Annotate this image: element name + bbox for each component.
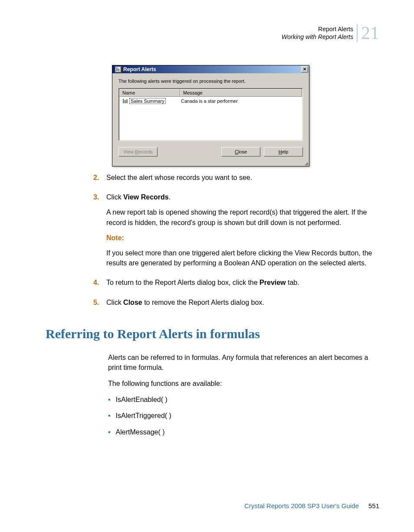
row-name-cell: Sales Summary — [122, 98, 181, 104]
close-button[interactable]: Close — [221, 147, 260, 157]
resize-grip-icon: ◢ — [112, 162, 309, 166]
bullet-2-text: IsAlertTriggered( ) — [116, 411, 171, 421]
step-4-body: To return to the Report Alerts dialog bo… — [106, 277, 299, 293]
listview-inner: Name Message Sales Summary Canada is a s — [119, 88, 302, 140]
svg-rect-4 — [125, 100, 126, 103]
note-text: If you select more than one triggered al… — [106, 248, 382, 268]
bullet-1-text: IsAlertEnabled( ) — [116, 395, 168, 405]
alert-icon — [122, 98, 128, 104]
row-message: Canada is a star performer — [181, 98, 299, 104]
step-4-bold: Preview — [260, 279, 286, 286]
header-text: Report Alerts Working with Report Alerts — [282, 25, 353, 41]
chapter-number: 21 — [357, 24, 379, 42]
step-3-bold: View Records — [123, 193, 169, 201]
section-p2: The following functions are available: — [108, 379, 382, 388]
close-icon[interactable]: ✕ — [301, 66, 308, 72]
col-name-header[interactable]: Name — [119, 89, 180, 97]
step-3-prefix: Click — [106, 193, 123, 201]
bullet-3-text: AlertMessage( ) — [116, 427, 165, 437]
page-header: Report Alerts Working with Report Alerts… — [282, 24, 379, 42]
bullet-2: • IsAlertTriggered( ) — [108, 411, 382, 421]
section-p1: Alerts can be referred to in formulas. A… — [108, 352, 382, 372]
step-2: 2. Select the alert whose records you wa… — [93, 173, 382, 188]
step-3-body: Click View Records. A new report tab is … — [106, 192, 382, 273]
alerts-listview: Name Message Sales Summary Canada is a s — [118, 88, 303, 141]
step-5: 5. Click Close to remove the Report Aler… — [93, 297, 382, 313]
page-number: 551 — [368, 502, 379, 509]
footer-text: Crystal Reports 2008 SP3 User's Guide — [244, 502, 359, 509]
step-4-num: 4. — [93, 277, 102, 293]
col-message-header[interactable]: Message — [180, 89, 302, 97]
svg-rect-3 — [123, 99, 124, 103]
dialog-title: Report Alerts — [123, 66, 156, 72]
view-records-button: View Records — [118, 147, 158, 157]
svg-rect-5 — [126, 99, 128, 103]
svg-rect-1 — [116, 68, 118, 71]
dialog-titlebar: Report Alerts ✕ — [112, 65, 309, 73]
step-3-text: Click View Records. — [106, 192, 382, 202]
step-5-text: Click Close to remove the Report Alerts … — [106, 297, 264, 307]
page-content: 2. Select the alert whose records you wa… — [93, 173, 382, 443]
row-name: Sales Summary — [129, 98, 166, 104]
dialog-screenshot: Report Alerts ✕ The following alerts wer… — [112, 65, 309, 166]
listview-headers: Name Message — [119, 89, 302, 97]
step-4: 4. To return to the Report Alerts dialog… — [93, 277, 382, 293]
step-2-body: Select the alert whose records you want … — [106, 173, 252, 188]
step-3-suffix: . — [169, 193, 171, 201]
bullet-3: • AlertMessage( ) — [108, 427, 382, 437]
step-5-prefix: Click — [106, 299, 123, 306]
dialog-intro-text: The following alerts were triggered on p… — [118, 78, 303, 84]
right-buttons: Close Help — [221, 147, 303, 157]
app-icon — [115, 66, 121, 72]
bullet-icon: • — [108, 427, 111, 437]
step-5-bold: Close — [123, 299, 142, 306]
report-alerts-dialog: Report Alerts ✕ The following alerts wer… — [112, 65, 309, 166]
page-footer: Crystal Reports 2008 SP3 User's Guide 55… — [244, 502, 379, 509]
step-5-suffix: to remove the Report Alerts dialog box. — [142, 299, 264, 306]
step-3-num: 3. — [93, 192, 102, 273]
step-4-suffix: tab. — [286, 279, 299, 286]
section-heading: Referring to Report Alerts in formulas — [46, 326, 382, 341]
svg-rect-2 — [118, 69, 119, 71]
bullet-1: • IsAlertEnabled( ) — [108, 395, 382, 405]
list-item[interactable]: Sales Summary Canada is a star performer — [120, 98, 301, 104]
step-2-num: 2. — [93, 173, 102, 188]
help-button[interactable]: Help — [264, 147, 303, 157]
bullet-icon: • — [108, 395, 111, 405]
step-4-prefix: To return to the Report Alerts dialog bo… — [106, 279, 260, 286]
dialog-button-row: View Records Close Help — [118, 147, 303, 157]
listview-rows: Sales Summary Canada is a star performer — [119, 97, 302, 105]
step-3: 3. Click View Records. A new report tab … — [93, 192, 382, 273]
dialog-body: The following alerts were triggered on p… — [112, 73, 309, 162]
header-title: Report Alerts — [282, 25, 353, 33]
step-4-text: To return to the Report Alerts dialog bo… — [106, 277, 299, 287]
step-3-detail: A new report tab is opened showing the r… — [106, 207, 382, 227]
titlebar-left: Report Alerts — [115, 66, 156, 72]
header-subtitle: Working with Report Alerts — [282, 33, 353, 41]
note-label: Note: — [106, 233, 382, 243]
step-2-text: Select the alert whose records you want … — [106, 173, 252, 183]
step-5-body: Click Close to remove the Report Alerts … — [106, 297, 264, 313]
bullet-icon: • — [108, 411, 111, 421]
step-5-num: 5. — [93, 297, 102, 313]
